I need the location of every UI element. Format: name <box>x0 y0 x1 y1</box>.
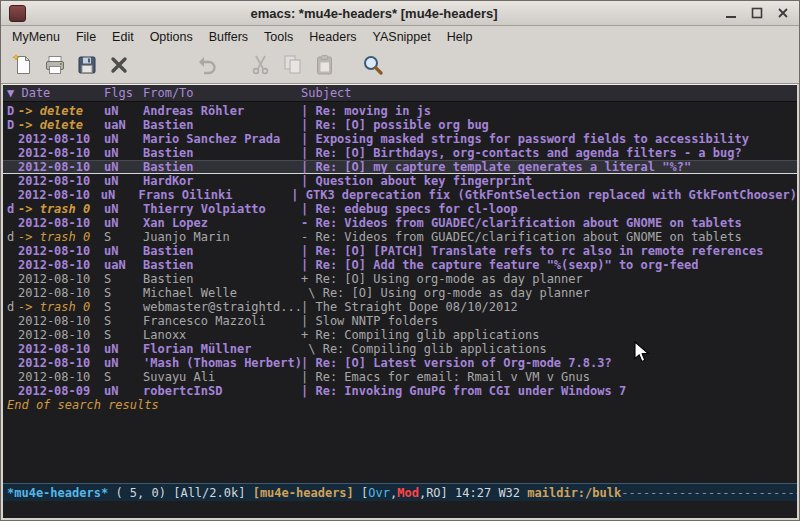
copy-icon <box>281 53 305 77</box>
date-cell: -> trash 0 <box>18 300 104 314</box>
message-row[interactable]: 2012-08-10uaNBastien| Re: [O] Add the ca… <box>3 258 797 272</box>
subject-cell: | The Straight Dope 08/10/2012 <box>301 300 797 314</box>
modeline-segment: [ <box>354 486 368 500</box>
close-button[interactable] <box>774 6 791 21</box>
menu-edit[interactable]: Edit <box>104 28 142 46</box>
undo-button[interactable] <box>191 50 223 80</box>
message-row[interactable]: 2012-08-10SFrancesco Mazzoli| Slow NNTP … <box>3 314 797 328</box>
modeline-segment: 14:27 <box>455 486 498 500</box>
subject-cell: | Exposing masked strings for password f… <box>301 132 797 146</box>
title-bar: emacs: *mu4e-headers* [mu4e-headers] <box>1 1 799 26</box>
mark-cell <box>7 160 18 174</box>
menu-options[interactable]: Options <box>142 28 201 46</box>
column-date[interactable]: ▼ Date <box>7 86 104 100</box>
menu-help[interactable]: Help <box>439 28 481 46</box>
menu-headers[interactable]: Headers <box>301 28 364 46</box>
menu-file[interactable]: File <box>68 28 104 46</box>
mu4e-headers-buffer: ▼ Date Flgs From/To Subject D-> deleteuN… <box>3 84 797 518</box>
mode-line[interactable]: *mu4e-headers* ( 5, 0) [All/2.0k] [mu4e-… <box>3 483 797 501</box>
paste-button[interactable] <box>309 50 341 80</box>
subject-cell: | Re: [O] Latest version of Org-mode 7.8… <box>301 356 797 370</box>
date-cell: 2012-08-10 <box>18 328 104 342</box>
date-cell: 2012-08-10 <box>18 188 101 202</box>
message-row[interactable]: D-> deleteuaNBastien| Re: [O] possible o… <box>3 118 797 132</box>
flags-cell: uN <box>104 132 143 146</box>
from-cell: Thierry Volpiatto <box>143 202 301 216</box>
mark-cell: D <box>7 104 18 118</box>
date-cell: 2012-08-10 <box>18 244 104 258</box>
subject-cell: | Re: [O] possible org bug <box>301 118 797 132</box>
message-row-selected[interactable]: 2012-08-10uNBastien| Re: [O] my capture … <box>3 160 797 174</box>
message-row[interactable]: 2012-08-10uNBastien| Re: [O] Birthdays, … <box>3 146 797 160</box>
menu-buffers[interactable]: Buffers <box>201 28 256 46</box>
search-icon <box>361 53 385 77</box>
from-cell: Bastien <box>143 244 301 258</box>
column-flags[interactable]: Flgs <box>104 86 143 100</box>
column-from[interactable]: From/To <box>143 86 301 100</box>
print-button[interactable] <box>39 50 71 80</box>
copy-button[interactable] <box>277 50 309 80</box>
from-cell: Bastien <box>143 160 301 174</box>
subject-cell: | Question about key fingerprint <box>301 174 797 188</box>
date-cell: 2012-08-10 <box>18 286 104 300</box>
cut-button[interactable] <box>245 50 277 80</box>
message-row[interactable]: d-> trash 0SJuanjo Marin- Re: Videos fro… <box>3 230 797 244</box>
message-row[interactable]: 2012-08-10SMichael Welle \ Re: [O] Using… <box>3 286 797 300</box>
close-buffer-icon <box>107 53 131 77</box>
message-row[interactable]: 2012-08-10uNBastien| Re: [O] [PATCH] Tra… <box>3 244 797 258</box>
window-title: emacs: *mu4e-headers* [mu4e-headers] <box>26 6 722 21</box>
mark-cell <box>7 356 18 370</box>
column-subject[interactable]: Subject <box>301 86 797 100</box>
window-controls <box>722 6 791 21</box>
tool-bar <box>1 47 799 84</box>
message-row[interactable]: d-> trash 0uNThierry Volpiatto| Re: edeb… <box>3 202 797 216</box>
message-row[interactable]: 2012-08-10uNHardKor| Question about key … <box>3 174 797 188</box>
from-cell: Francesco Mazzoli <box>143 314 301 328</box>
message-row[interactable]: 2012-08-10SLanoxx+ Re: Compiling glib ap… <box>3 328 797 342</box>
save-button[interactable] <box>71 50 103 80</box>
subject-cell: \ Re: [O] Using org-mode as day planner <box>301 286 797 300</box>
mark-cell: D <box>7 118 18 132</box>
date-cell: 2012-08-10 <box>18 272 104 286</box>
window-menu-icon[interactable] <box>9 5 26 22</box>
menu-yasnippet[interactable]: YASnippet <box>365 28 439 46</box>
subject-cell: | Re: [O] [PATCH] Translate refs to rc a… <box>301 244 797 258</box>
date-cell: 2012-08-10 <box>18 174 104 188</box>
date-cell: 2012-08-10 <box>18 146 104 160</box>
flags-cell: uN <box>104 384 143 398</box>
message-row[interactable]: 2012-08-10SSuvayu Ali| Re: Emacs for ema… <box>3 370 797 384</box>
subject-cell: | GTK3 deprecation fix (GtkFontSelection… <box>291 188 797 202</box>
flags-cell: uN <box>104 244 143 258</box>
message-row[interactable]: 2012-08-10SBastien+ Re: [O] Using org-mo… <box>3 272 797 286</box>
search-button[interactable] <box>357 50 389 80</box>
message-row[interactable]: 2012-08-10uNXan Lopez- Re: Videos from G… <box>3 216 797 230</box>
subject-cell: + Re: Compiling glib applications <box>301 328 797 342</box>
modeline-segment: Ovr <box>368 486 390 500</box>
flags-cell: S <box>104 230 143 244</box>
message-row[interactable]: 2012-08-10uN'Mash (Thomas Herbert)| Re: … <box>3 356 797 370</box>
headers-column-row: ▼ Date Flgs From/To Subject <box>3 85 797 102</box>
message-row[interactable]: D-> deleteuNAndreas Röhler| Re: moving i… <box>3 104 797 118</box>
message-row[interactable]: d-> trash 0Swebmaster@straightd...| The … <box>3 300 797 314</box>
message-row[interactable]: 2012-08-10uNFlorian Müllner \ Re: Compil… <box>3 342 797 356</box>
flags-cell: S <box>104 300 143 314</box>
message-row[interactable]: 2012-08-10uNMario Sanchez Prada| Exposin… <box>3 132 797 146</box>
flags-cell: uN <box>104 202 143 216</box>
menu-mymenu[interactable]: MyMenu <box>4 28 68 46</box>
mark-cell <box>7 384 18 398</box>
date-cell: 2012-08-10 <box>18 314 104 328</box>
minimize-button[interactable] <box>722 6 739 21</box>
paste-icon <box>313 53 337 77</box>
menu-tools[interactable]: Tools <box>256 28 301 46</box>
flags-cell: S <box>104 286 143 300</box>
subject-cell: | Re: Invoking GnuPG from CGI under Wind… <box>301 384 797 398</box>
from-cell: Florian Müllner <box>143 342 301 356</box>
message-row[interactable]: 2012-08-09uNrobertcInSD| Re: Invoking Gn… <box>3 384 797 398</box>
date-cell: -> trash 0 <box>18 202 104 216</box>
close-buffer-button[interactable] <box>103 50 135 80</box>
message-row[interactable]: 2012-08-10uNFrans Oilinki| GTK3 deprecat… <box>3 188 797 202</box>
new-file-button[interactable] <box>7 50 39 80</box>
maximize-button[interactable] <box>748 6 765 21</box>
mark-cell <box>7 370 18 384</box>
mark-cell: d <box>7 202 18 216</box>
